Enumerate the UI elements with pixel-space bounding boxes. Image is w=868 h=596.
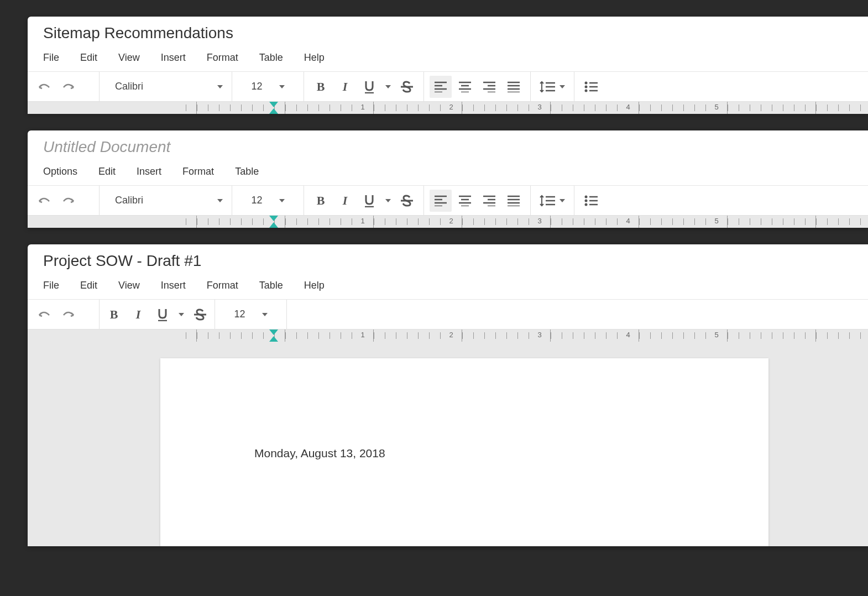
ruler-number: 1 xyxy=(359,217,366,225)
line-spacing-button[interactable] xyxy=(536,190,568,212)
editor-window: Untitled Document Options Edit Insert Fo… xyxy=(28,130,868,228)
menu-file[interactable]: File xyxy=(43,280,59,291)
underline-dropdown[interactable] xyxy=(383,190,394,212)
menu-format[interactable]: Format xyxy=(182,166,214,177)
align-justify-button[interactable] xyxy=(503,76,525,98)
toolbar: Calibri 12 B I xyxy=(28,186,868,216)
font-family-selector[interactable]: Calibri xyxy=(100,72,232,101)
undo-button[interactable] xyxy=(33,190,55,212)
menu-edit[interactable]: Edit xyxy=(80,280,97,291)
menu-options[interactable]: Options xyxy=(43,166,77,177)
underline-icon xyxy=(364,80,375,93)
redo-button[interactable] xyxy=(57,76,80,98)
ruler[interactable]: 1 2 3 4 5 xyxy=(28,102,868,114)
menu-insert[interactable]: Insert xyxy=(161,280,186,291)
align-justify-button[interactable] xyxy=(503,190,525,212)
ruler-number: 4 xyxy=(624,217,631,225)
underline-dropdown[interactable] xyxy=(176,304,187,326)
undo-button[interactable] xyxy=(33,76,55,98)
menu-format[interactable]: Format xyxy=(207,52,238,64)
align-center-button[interactable] xyxy=(454,76,476,98)
font-family-value: Calibri xyxy=(115,195,143,206)
ruler-number: 4 xyxy=(624,331,631,339)
underline-button[interactable] xyxy=(358,190,380,212)
document-title[interactable]: Project SOW - Draft #1 xyxy=(28,244,868,274)
italic-button[interactable]: I xyxy=(334,76,356,98)
ruler-number: 1 xyxy=(359,331,366,339)
align-justify-icon xyxy=(508,195,520,206)
italic-button[interactable]: I xyxy=(127,304,149,326)
redo-button[interactable] xyxy=(57,304,80,326)
chevron-down-icon xyxy=(385,199,391,202)
align-center-icon xyxy=(459,195,471,206)
font-size-selector[interactable]: 12 xyxy=(232,186,304,215)
menu-edit[interactable]: Edit xyxy=(80,52,97,64)
menu-insert[interactable]: Insert xyxy=(137,166,161,177)
bullet-list-button[interactable] xyxy=(580,76,602,98)
align-justify-icon xyxy=(508,81,520,92)
undo-icon xyxy=(38,197,50,205)
bold-button[interactable]: B xyxy=(310,76,332,98)
strikethrough-button[interactable] xyxy=(396,190,418,212)
underline-button[interactable] xyxy=(358,76,380,98)
chevron-down-icon xyxy=(385,85,391,88)
menu-file[interactable]: File xyxy=(43,52,59,64)
italic-button[interactable]: I xyxy=(334,190,356,212)
chevron-down-icon xyxy=(262,313,268,316)
bold-button[interactable]: B xyxy=(103,304,125,326)
menu-edit[interactable]: Edit xyxy=(98,166,116,177)
redo-button[interactable] xyxy=(57,190,80,212)
undo-button[interactable] xyxy=(33,304,55,326)
ruler-number: 5 xyxy=(713,331,720,339)
chevron-down-icon xyxy=(217,85,223,88)
align-left-button[interactable] xyxy=(430,190,452,212)
indent-marker[interactable] xyxy=(269,102,278,114)
svg-point-50 xyxy=(585,203,588,206)
font-size-value: 12 xyxy=(251,81,262,92)
strikethrough-icon xyxy=(400,81,414,93)
document-body-text[interactable]: Monday, August 13, 2018 xyxy=(254,447,674,460)
svg-point-49 xyxy=(585,199,588,202)
ruler-number: 3 xyxy=(536,217,543,225)
align-right-button[interactable] xyxy=(478,190,500,212)
bullet-list-button[interactable] xyxy=(580,190,602,212)
menu-help[interactable]: Help xyxy=(304,52,325,64)
align-center-button[interactable] xyxy=(454,190,476,212)
bullet-list-icon xyxy=(584,81,598,92)
toolbar: Calibri 12 B I xyxy=(28,72,868,102)
bold-button[interactable]: B xyxy=(310,190,332,212)
chevron-down-icon xyxy=(217,199,223,202)
underline-button[interactable] xyxy=(151,304,174,326)
font-family-selector[interactable]: Calibri xyxy=(100,186,232,215)
underline-dropdown[interactable] xyxy=(383,76,394,98)
menu-table[interactable]: Table xyxy=(235,166,259,177)
menu-view[interactable]: View xyxy=(118,280,140,291)
menu-format[interactable]: Format xyxy=(207,280,238,291)
document-title[interactable]: Sitemap Recommendations xyxy=(28,17,868,46)
ruler[interactable]: 1 2 3 4 5 xyxy=(28,330,868,342)
menubar: File Edit View Insert Format Table Help xyxy=(28,46,868,72)
line-spacing-button[interactable] xyxy=(536,76,568,98)
svg-point-21 xyxy=(585,81,588,84)
align-left-icon xyxy=(435,81,447,92)
menu-help[interactable]: Help xyxy=(304,280,325,291)
align-left-button[interactable] xyxy=(430,76,452,98)
menu-table[interactable]: Table xyxy=(259,280,283,291)
ruler[interactable]: 1 2 3 4 5 xyxy=(28,216,868,228)
align-right-icon xyxy=(483,195,495,206)
font-size-selector[interactable]: 12 xyxy=(232,72,304,101)
menu-view[interactable]: View xyxy=(118,52,140,64)
align-right-button[interactable] xyxy=(478,76,500,98)
indent-marker[interactable] xyxy=(269,330,278,342)
document-page[interactable]: Monday, August 13, 2018 xyxy=(160,358,768,546)
align-center-icon xyxy=(459,81,471,92)
menu-insert[interactable]: Insert xyxy=(161,52,186,64)
document-title[interactable]: Untitled Document xyxy=(28,130,868,160)
indent-marker[interactable] xyxy=(269,216,278,228)
menu-table[interactable]: Table xyxy=(259,52,283,64)
font-size-selector[interactable]: 12 xyxy=(215,300,287,329)
strikethrough-button[interactable] xyxy=(189,304,211,326)
strikethrough-button[interactable] xyxy=(396,76,418,98)
ruler-number: 2 xyxy=(447,217,454,225)
align-left-icon xyxy=(435,195,447,206)
